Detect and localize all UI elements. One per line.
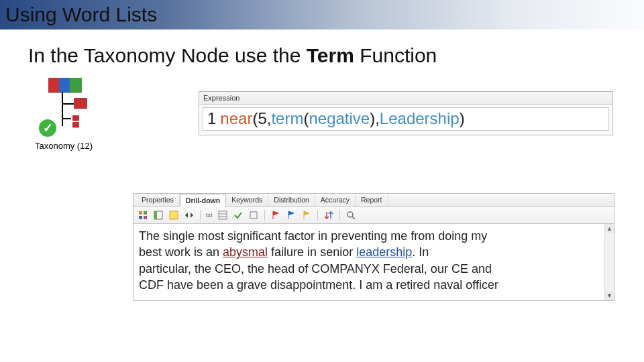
flag-yellow-icon[interactable] <box>301 209 313 221</box>
flag-blue-icon[interactable] <box>285 209 297 221</box>
taxonomy-label: Taxonomy (12) <box>35 141 122 151</box>
tag-icon[interactable]: txt <box>205 209 213 221</box>
drilldown-toolbar: txt <box>133 207 614 224</box>
subtitle: In the Taxonomy Node use the Term Functi… <box>0 29 644 67</box>
drilldown-body[interactable]: The single most significant factor in pr… <box>133 224 614 300</box>
tab-report[interactable]: Report <box>356 194 388 206</box>
body-text-4: . In <box>412 245 429 259</box>
checkbox-icon[interactable] <box>248 209 260 221</box>
subtitle-pre: In the Taxonomy Node use the <box>28 44 307 66</box>
tab-properties[interactable]: Properties <box>136 194 180 206</box>
grid-icon[interactable] <box>137 209 149 221</box>
expr-arg-negative: negative <box>309 109 370 128</box>
expr-kw-near: near <box>220 109 252 128</box>
subtitle-bold: Term <box>307 44 354 66</box>
expr-arg-leadership: Leadership <box>380 109 460 128</box>
expr-lit-5: 5 <box>258 109 266 128</box>
expression-header: Expression <box>199 92 612 105</box>
body-highlight-leadership: leadership <box>356 245 412 259</box>
body-highlight-abysmal: abysmal <box>223 245 268 259</box>
body-text-2: best work is an <box>139 245 223 259</box>
body-text-5: particular, the CEO, the head of COMPANY… <box>139 262 492 276</box>
svg-rect-0 <box>139 211 142 215</box>
expression-row[interactable]: 1 near ( 5 , term ( negative ) , Leaders… <box>203 107 609 131</box>
expression-panel: Expression 1 near ( 5 , term ( negative … <box>199 91 613 135</box>
svg-line-12 <box>352 217 355 219</box>
tab-keywords[interactable]: Keywords <box>226 194 268 206</box>
scroll-down-icon[interactable]: ▼ <box>605 291 614 300</box>
grid-alt-icon[interactable] <box>152 209 164 221</box>
svg-rect-3 <box>144 216 147 219</box>
svg-rect-5 <box>154 211 157 219</box>
expr-kw-term: term <box>271 109 303 128</box>
flag-red-icon[interactable] <box>270 209 282 221</box>
arrows-lr-icon[interactable] <box>183 209 195 221</box>
vertical-scrollbar[interactable]: ▲ ▼ <box>604 224 614 300</box>
drilldown-panel: Properties Drill-down Keywords Distribut… <box>133 193 614 301</box>
body-text-3: failure in senior <box>268 245 356 259</box>
body-text-6: CDF have been a grave disappointment. I … <box>139 278 498 292</box>
tab-accuracy[interactable]: Accuracy <box>315 194 356 206</box>
svg-rect-1 <box>144 211 147 215</box>
tab-distribution[interactable]: Distribution <box>268 194 315 206</box>
expr-paren-close1: ) <box>460 109 465 128</box>
tab-drilldown[interactable]: Drill-down <box>180 194 226 207</box>
svg-rect-7 <box>219 211 227 219</box>
check-circle-icon: ✓ <box>39 119 56 137</box>
svg-rect-6 <box>170 211 178 219</box>
svg-point-11 <box>347 212 353 217</box>
taxonomy-node[interactable]: ✓ Taxonomy (12) <box>35 78 122 151</box>
grid-highlight-icon[interactable] <box>168 209 180 221</box>
svg-rect-10 <box>250 212 257 219</box>
title-bar-text: Using Word Lists <box>5 3 157 26</box>
sort-icon[interactable] <box>323 209 335 221</box>
body-text-1: The single most significant factor in pr… <box>139 229 487 243</box>
title-bar: Using Word Lists <box>0 0 644 29</box>
expr-comma2: , <box>375 109 380 128</box>
expr-comma1: , <box>267 109 272 128</box>
expr-paren-open1: ( <box>252 109 258 128</box>
drilldown-tabs: Properties Drill-down Keywords Distribut… <box>133 194 614 207</box>
scroll-up-icon[interactable]: ▲ <box>605 224 614 233</box>
expr-paren-open2: ( <box>303 109 309 128</box>
svg-rect-2 <box>139 216 142 219</box>
taxonomy-icon: ✓ <box>39 78 98 138</box>
expr-line-number: 1 <box>207 109 216 128</box>
check-icon[interactable] <box>232 209 244 221</box>
table-icon[interactable] <box>217 209 229 221</box>
subtitle-post: Function <box>354 44 437 66</box>
expr-paren-close2: ) <box>370 109 375 128</box>
magnify-icon[interactable] <box>345 209 357 221</box>
